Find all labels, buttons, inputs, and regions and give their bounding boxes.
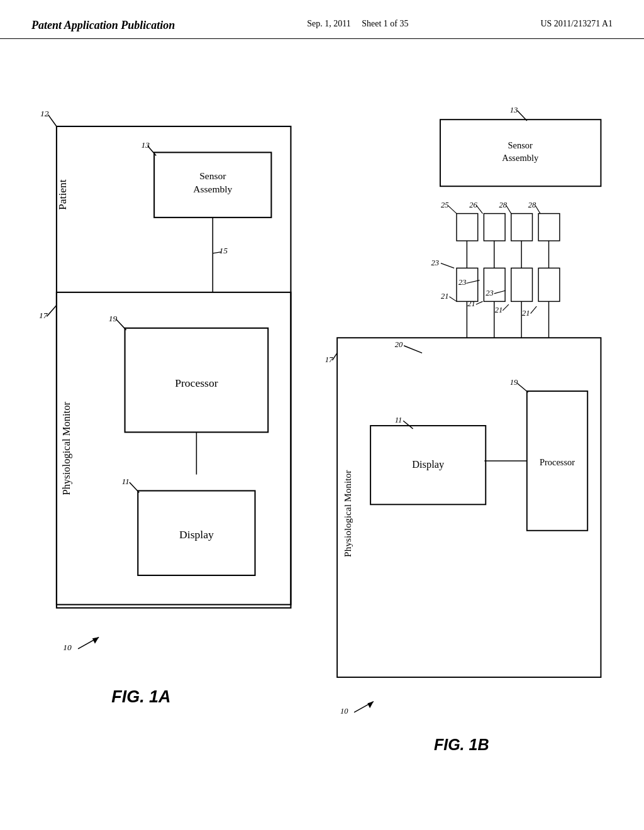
fig1b-sensor3 [511,268,533,301]
fig1b-ref23a: 23 [431,258,440,267]
fig1a-sensor-label1: Sensor [199,170,226,181]
svg-marker-36 [367,702,374,709]
fig1a-label: FIG. 1A [111,687,170,706]
header-sheet: Sheet 1 of 35 [362,19,408,28]
fig1a-display-label: Display [179,528,214,541]
svg-line-19 [441,263,454,268]
fig1b-sensor-label2: Assembly [502,153,539,163]
fig1b-ref13: 13 [510,106,518,114]
fig1b-physmon-label: Physiological Monitor [342,470,353,557]
svg-line-24 [502,304,509,311]
fig1b-connector1 [457,214,478,241]
fig1b-processor-label: Processor [540,457,575,467]
fig1b-ref21b: 21 [467,299,475,308]
fig1a-ref12: 12 [40,109,49,118]
svg-line-0 [48,114,56,126]
fig1a-diagram: 12 Patient 13 Sensor Assembly 15 17 [19,52,322,800]
fig1b-ref28b: 28 [528,201,536,209]
fig1a-processor-label: Processor [175,377,218,389]
fig1b-ref28a: 28 [499,201,507,209]
fig1a-patient-label: Patient [56,179,69,210]
fig1a-ref10: 10 [63,643,72,652]
fig1b-label: FIG. 1B [434,736,489,753]
fig1a-ref17: 17 [39,311,48,320]
fig1b-ref17: 17 [325,355,333,364]
header-date-sheet: Sep. 1, 2011 Sheet 1 of 35 [307,19,408,29]
fig1a-physmon-label: Physiological Monitor [60,402,72,495]
fig1a-sensor-label2: Assembly [193,184,232,194]
fig1b-ref23b: 23 [458,278,467,287]
fig1b-connector3 [511,214,533,241]
fig1b-ref23c: 23 [486,289,494,297]
fig1a-svg: 12 Patient 13 Sensor Assembly 15 17 [19,52,322,800]
svg-line-4 [47,306,57,317]
fig1b-ref26: 26 [469,201,477,209]
fig1b-ref19: 19 [510,378,518,387]
svg-line-1 [148,146,156,156]
fig1b-connector4 [538,214,560,241]
svg-line-31 [332,353,337,360]
main-content: 12 Patient 13 Sensor Assembly 15 17 [0,39,644,812]
header-patent-number: US 2011/213271 A1 [540,19,613,29]
page-header: Patent Application Publication Sep. 1, 2… [0,0,644,39]
fig1b-physmon-box [337,338,601,677]
svg-line-25 [531,306,537,314]
svg-line-22 [449,297,457,302]
header-date: Sep. 1, 2011 [307,19,350,28]
svg-line-12 [477,206,483,214]
svg-line-13 [506,206,511,214]
fig1b-display-label: Display [412,458,445,470]
fig1a-ref15: 15 [219,246,228,255]
fig1b-ref21c: 21 [495,306,503,314]
svg-line-14 [535,206,540,214]
fig1a-ref13: 13 [141,140,150,150]
fig1b-ref21a: 21 [441,292,449,301]
fig1b-sensor4 [538,268,560,301]
fig1b-ref20: 20 [395,340,403,349]
fig1a-ref11: 11 [121,477,129,486]
fig1b-ref10: 10 [340,707,348,716]
fig1b-connector2 [484,214,505,241]
fig1a-ref19: 19 [109,314,118,323]
fig1b-ref21d: 21 [522,309,530,318]
fig1b-svg: 13 Sensor Assembly 25 26 28 28 [322,52,625,800]
fig1b-sensor-label1: Sensor [508,140,533,150]
svg-line-34 [403,421,413,429]
fig1b-ref25: 25 [441,201,449,209]
fig1b-ref11: 11 [395,416,402,424]
fig1b-diagram: 13 Sensor Assembly 25 26 28 28 [322,52,625,800]
svg-line-11 [448,206,457,214]
svg-line-30 [404,346,422,353]
header-publication-title: Patent Application Publication [31,19,175,32]
svg-line-21 [494,290,506,294]
